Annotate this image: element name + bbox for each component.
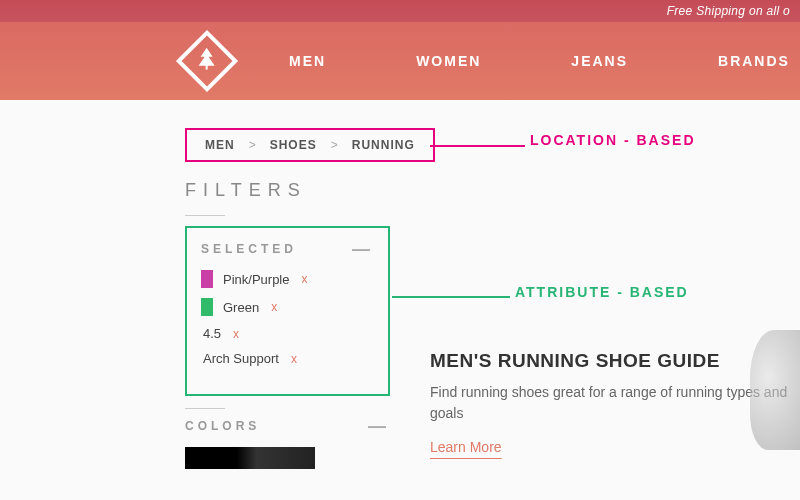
selected-filter-label: 4.5 — [203, 326, 221, 341]
selected-filter-row: Green x — [201, 298, 374, 316]
annotation-attribute: ATTRIBUTE - BASED — [515, 284, 689, 300]
collapse-icon[interactable]: — — [352, 244, 374, 254]
breadcrumb-item[interactable]: SHOES — [270, 138, 317, 152]
selected-filter-row: 4.5 x — [201, 326, 374, 341]
guide-title: MEN'S RUNNING SHOE GUIDE — [430, 350, 800, 372]
breadcrumb-item[interactable]: RUNNING — [352, 138, 415, 152]
logo-icon[interactable] — [176, 30, 238, 92]
nav-item-jeans[interactable]: JEANS — [571, 53, 628, 69]
annotation-line — [430, 145, 525, 147]
selected-filters-panel: SELECTED — Pink/Purple x Green x 4.5 x A… — [185, 226, 390, 396]
remove-filter-button[interactable]: x — [233, 327, 239, 341]
remove-filter-button[interactable]: x — [271, 300, 277, 314]
nav-bar: MEN WOMEN JEANS BRANDS — [0, 22, 800, 100]
annotation-line — [392, 296, 510, 298]
breadcrumb-item[interactable]: MEN — [205, 138, 235, 152]
divider — [185, 408, 225, 409]
promo-text: Free Shipping on all o — [667, 4, 790, 18]
shoe-guide-card: MEN'S RUNNING SHOE GUIDE Find running sh… — [430, 350, 800, 456]
nav-item-men[interactable]: MEN — [289, 53, 326, 69]
color-swatches[interactable] — [185, 447, 315, 469]
selected-filter-label: Pink/Purple — [223, 272, 289, 287]
promo-bar: Free Shipping on all o — [0, 0, 800, 22]
chevron-right-icon: > — [249, 138, 256, 152]
selected-filter-row: Arch Support x — [201, 351, 374, 366]
colors-label: COLORS — — [185, 419, 390, 433]
colors-section: COLORS — — [185, 408, 390, 469]
divider — [185, 215, 225, 216]
breadcrumb: MEN > SHOES > RUNNING — [185, 128, 435, 162]
shoe-image — [750, 330, 800, 450]
selected-filter-label: Green — [223, 300, 259, 315]
learn-more-link[interactable]: Learn More — [430, 439, 502, 455]
filters-heading: FILTERS — [185, 180, 800, 201]
selected-filter-row: Pink/Purple x — [201, 270, 374, 288]
selected-label: SELECTED — — [201, 242, 374, 256]
selected-label-text: SELECTED — [201, 242, 297, 256]
chevron-right-icon: > — [331, 138, 338, 152]
nav-item-women[interactable]: WOMEN — [416, 53, 481, 69]
swatch-icon — [201, 298, 213, 316]
colors-label-text: COLORS — [185, 419, 260, 433]
remove-filter-button[interactable]: x — [301, 272, 307, 286]
guide-description: Find running shoes great for a range of … — [430, 382, 800, 424]
annotation-location: LOCATION - BASED — [530, 132, 696, 148]
collapse-icon[interactable]: — — [368, 421, 390, 431]
tree-icon — [197, 48, 217, 75]
selected-filter-label: Arch Support — [203, 351, 279, 366]
nav-item-brands[interactable]: BRANDS — [718, 53, 790, 69]
swatch-icon — [201, 270, 213, 288]
remove-filter-button[interactable]: x — [291, 352, 297, 366]
